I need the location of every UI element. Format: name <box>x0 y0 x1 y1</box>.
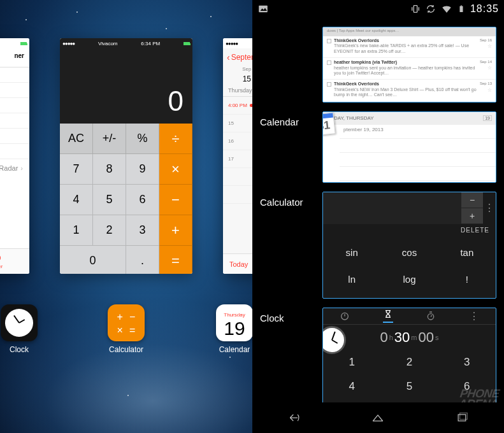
recent-app-gmail[interactable]: dows | Top Apps Meet our spotlight apps…… <box>260 27 496 103</box>
calc-key-4[interactable]: 4 <box>60 185 93 215</box>
calculator-app-card[interactable]: ●●●●● Vivacom 6:34 PM 0 AC+/-%÷789×456−1… <box>60 38 192 274</box>
calendar-back[interactable]: ‹ September <box>223 48 252 66</box>
time-slot[interactable] <box>223 168 252 186</box>
app-icon-calendar[interactable]: Thursday 19 Calendar <box>209 304 252 354</box>
timer-sound-row[interactable]: Radar <box>0 159 29 172</box>
fn-key[interactable]: ln <box>323 266 380 293</box>
fn-key[interactable]: cos <box>380 239 438 266</box>
calc-key-=[interactable]: = <box>159 246 192 274</box>
recent-app-calendar[interactable]: Calendar 31 TODAY, THURSDAY 19 ptember 1… <box>260 111 496 183</box>
recents-button[interactable] <box>452 411 472 424</box>
calc-key-6[interactable]: 6 <box>126 185 159 215</box>
digit: 00 <box>419 329 434 346</box>
calendar-thumb[interactable]: 31 TODAY, THURSDAY 19 ptember 19, 2013 <box>322 111 496 183</box>
unit: m <box>411 334 417 341</box>
email-preview: ThinkGeek's new bake-able TARDIS + an ex… <box>334 43 477 54</box>
time-slot[interactable]: 15 <box>223 115 252 132</box>
calc-key-×[interactable]: × <box>159 154 192 185</box>
email-date: Sep 14 <box>480 60 492 64</box>
day-label: Thursday Sept <box>223 87 252 97</box>
calculator-thumb[interactable]: − + ⋮ DELETE sin cos tan ln log ! <box>322 192 496 299</box>
back-button[interactable] <box>285 411 304 424</box>
timer-display: 0 h 30 m 00 s <box>323 325 496 350</box>
calc-key-1[interactable]: 1 <box>60 215 93 246</box>
picker-row[interactable]: 13 <box>0 83 29 98</box>
recent-apps-list[interactable]: dows | Top Apps Meet our spotlight apps…… <box>252 18 504 402</box>
checkbox[interactable] <box>327 39 331 43</box>
calc-key-÷[interactable]: ÷ <box>159 124 192 154</box>
signal-icon: ●●●●● <box>62 41 75 46</box>
delete-button[interactable]: DELETE <box>323 224 496 239</box>
picker-row[interactable]: 17 <box>0 144 29 159</box>
calendar-header: TODAY, THURSDAY 19 <box>323 112 496 125</box>
plus-button[interactable]: + <box>461 208 483 224</box>
picker-row-selected[interactable]: 15 min <box>0 113 29 129</box>
checkbox[interactable] <box>327 82 331 87</box>
corner-date: 19 <box>483 115 492 121</box>
keypad-key[interactable]: 5 <box>380 374 438 399</box>
picker-row[interactable]: 16 <box>0 129 29 144</box>
calc-key-+/-[interactable]: +/- <box>93 124 126 154</box>
slot-time: 4:00 PM <box>228 103 247 108</box>
date-cell[interactable]: 15 <box>226 75 252 83</box>
email-row[interactable]: ThinkGeek OverlordsThinkGeek's NEW Iron … <box>323 80 496 101</box>
home-button[interactable] <box>368 411 387 424</box>
gmail-header: dows | Top Apps Meet our spotlight apps… <box>323 27 496 36</box>
keypad-key[interactable]: 3 <box>438 350 496 374</box>
clock-app-card[interactable]: ●●●●● Vivacom 6:34 PM ner 13 13 14 15 mi… <box>0 38 29 274</box>
minus-button[interactable]: − <box>461 192 483 208</box>
app-icon-calculator[interactable]: +−×= Calculator <box>101 304 152 354</box>
gmail-thumb[interactable]: dows | Top Apps Meet our spotlight apps…… <box>322 27 496 103</box>
checkbox[interactable] <box>327 60 331 65</box>
timer-tab-icon[interactable] <box>383 309 393 323</box>
time-label: 18:35 <box>470 3 499 15</box>
calc-key-%[interactable]: % <box>126 124 159 154</box>
recent-app-calculator[interactable]: Calculator − + ⋮ DELETE sin cos tan ln l… <box>260 192 496 299</box>
email-row[interactable]: heather tompkins (via Twitter)heather to… <box>323 58 496 80</box>
fn-key[interactable]: sin <box>323 239 380 266</box>
time-slot[interactable]: 4:00 PM <box>223 97 252 115</box>
calendar-app-card[interactable]: ●●●●● Vivacom 6:34 PM ‹ September Sep 16… <box>223 38 252 274</box>
calc-key-5[interactable]: 5 <box>93 185 126 215</box>
calc-key-9[interactable]: 9 <box>126 154 159 185</box>
digit: 30 <box>394 329 410 346</box>
email-row[interactable]: ThinkGeek OverlordsThinkGeek's new bake-… <box>323 36 496 58</box>
calendar-weekday: Thursday <box>224 312 245 318</box>
tab-timer[interactable]: Timer <box>0 249 29 274</box>
app-icon-clock[interactable]: Clock <box>0 304 45 354</box>
calc-key-7[interactable]: 7 <box>60 154 93 185</box>
timer-picker[interactable]: 13 13 14 15 min 16 17 <box>0 67 29 159</box>
overflow-icon[interactable]: ⋮ <box>469 310 479 322</box>
calc-key-.[interactable]: . <box>126 246 159 274</box>
calc-key-+[interactable]: + <box>159 215 192 246</box>
date-row[interactable]: 15 16 17 <box>223 72 252 87</box>
keypad-key[interactable]: 4 <box>323 374 380 399</box>
calc-key-0[interactable]: 0 <box>60 246 126 274</box>
fn-key[interactable]: log <box>380 266 438 293</box>
picker-row[interactable]: 14 <box>0 98 29 113</box>
stopwatch-tab-icon[interactable] <box>426 311 436 321</box>
overflow-icon[interactable]: ⋮ <box>483 192 496 224</box>
fn-key[interactable]: tan <box>438 239 496 266</box>
time-slot[interactable]: 17 <box>223 150 252 168</box>
calc-key-AC[interactable]: AC <box>60 124 93 154</box>
star-icon[interactable]: ☆ <box>487 65 492 71</box>
star-icon[interactable]: ☆ <box>487 43 492 50</box>
star-icon[interactable]: ☆ <box>487 87 492 94</box>
date-line: ptember 19, 2013 <box>340 125 496 139</box>
picker-row[interactable]: 13 <box>0 67 29 83</box>
email-subject: ThinkGeek Overlords <box>334 82 477 87</box>
clock-tab-icon[interactable] <box>340 311 350 321</box>
tab-label: Timer <box>0 264 3 269</box>
keypad-key[interactable]: 2 <box>380 350 438 374</box>
calc-key-3[interactable]: 3 <box>126 215 159 246</box>
carrier-label: Vivacom <box>98 41 118 46</box>
time-slot[interactable] <box>223 186 252 204</box>
time-slot[interactable]: 16 <box>223 132 252 150</box>
calc-key-−[interactable]: − <box>159 185 192 215</box>
today-link[interactable]: Today <box>229 260 248 268</box>
calc-key-8[interactable]: 8 <box>93 154 126 185</box>
timer-icon <box>0 253 1 262</box>
fn-key[interactable]: ! <box>438 266 496 293</box>
calc-key-2[interactable]: 2 <box>93 215 126 246</box>
